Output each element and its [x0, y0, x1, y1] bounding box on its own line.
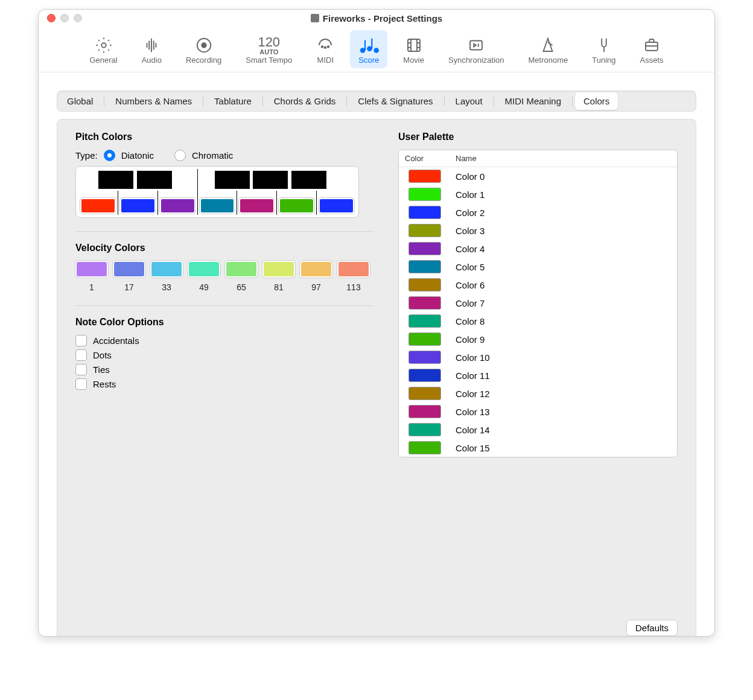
palette-swatch[interactable] — [408, 423, 441, 436]
pitch-color-swatch[interactable] — [160, 198, 195, 214]
radio-chromatic[interactable] — [174, 150, 186, 161]
palette-swatch[interactable] — [408, 296, 441, 310]
tab-numbers-names[interactable]: Numbers & Names — [107, 92, 200, 110]
user-palette-table: Color Name Color 0Color 1Color 2Color 3C… — [398, 150, 678, 457]
palette-name: Color 10 — [456, 352, 490, 363]
velocity-swatch[interactable] — [188, 261, 220, 278]
checkbox-accidentals[interactable] — [75, 335, 87, 346]
titlebar: Fireworks - Project Settings — [39, 10, 714, 27]
palette-row[interactable]: Color 10 — [399, 348, 677, 366]
velocity-swatch[interactable] — [337, 261, 370, 278]
pitch-color-swatch[interactable] — [200, 198, 235, 214]
tab-tablature[interactable]: Tablature — [206, 92, 260, 110]
toolbar-general[interactable]: General — [81, 30, 126, 68]
velocity-swatch[interactable] — [150, 261, 183, 278]
pitch-color-keyboard[interactable] — [75, 166, 359, 218]
velocity-swatch[interactable] — [225, 261, 258, 278]
velocity-label: 33 — [162, 282, 171, 292]
svg-point-0 — [101, 43, 106, 48]
palette-swatch[interactable] — [408, 332, 441, 346]
velocity-swatch[interactable] — [113, 261, 145, 278]
toolbar-metronome[interactable]: Metronome — [519, 30, 576, 68]
toolbar-smart-tempo[interactable]: 120 AUTO Smart Tempo — [237, 30, 300, 68]
palette-row[interactable]: Color 11 — [399, 366, 677, 384]
palette-swatch[interactable] — [408, 314, 441, 328]
palette-row[interactable]: Color 1 — [399, 185, 677, 203]
toolbar-recording[interactable]: Recording — [177, 30, 230, 68]
toolbar-assets[interactable]: Assets — [632, 30, 672, 68]
toolbar-synchronization[interactable]: Synchronization — [440, 30, 513, 68]
palette-row[interactable]: Color 14 — [399, 421, 677, 439]
palette-name: Color 6 — [456, 280, 485, 290]
palette-row[interactable]: Color 12 — [399, 384, 677, 402]
palette-row[interactable]: Color 7 — [399, 294, 677, 312]
velocity-label: 17 — [124, 282, 134, 292]
tab-clefs-signatures[interactable]: Clefs & Signatures — [349, 92, 441, 110]
pitch-color-swatch[interactable] — [239, 198, 275, 214]
palette-swatch[interactable] — [408, 224, 441, 237]
palette-row[interactable]: Color 13 — [399, 402, 677, 421]
tab-colors[interactable]: Colors — [575, 92, 618, 110]
palette-row[interactable]: Color 4 — [399, 240, 677, 258]
palette-row[interactable]: Color 8 — [399, 312, 677, 330]
colors-panel: Pitch Colors Type: Diatonic Chromatic — [57, 119, 696, 637]
tab-midi-meaning[interactable]: MIDI Meaning — [497, 92, 570, 110]
velocity-label: 49 — [199, 282, 209, 292]
palette-name: Color 9 — [456, 334, 485, 345]
radio-diatonic[interactable] — [104, 150, 115, 161]
palette-swatch[interactable] — [408, 260, 441, 273]
palette-swatch[interactable] — [408, 369, 441, 382]
tab-layout[interactable]: Layout — [447, 92, 491, 110]
palette-row[interactable]: Color 3 — [399, 221, 677, 240]
record-icon — [195, 35, 213, 56]
checkbox-dots[interactable] — [75, 349, 87, 361]
palette-col-name: Name — [456, 154, 477, 163]
palette-row[interactable]: Color 9 — [399, 330, 677, 348]
palette-swatch[interactable] — [408, 387, 441, 400]
tab-global[interactable]: Global — [59, 92, 101, 110]
velocity-colors-heading: Velocity Colors — [75, 243, 374, 253]
palette-name: Color 2 — [456, 208, 485, 218]
palette-row[interactable]: Color 2 — [399, 203, 677, 221]
palette-swatch[interactable] — [408, 188, 441, 201]
toolbar-audio[interactable]: Audio — [133, 30, 170, 68]
pitch-color-swatch[interactable] — [279, 198, 314, 214]
score-tab-bar: GlobalNumbers & NamesTablatureChords & G… — [57, 91, 696, 112]
palette-swatch[interactable] — [408, 278, 441, 291]
pitch-color-swatch[interactable] — [120, 198, 156, 214]
checkbox-ties[interactable] — [75, 364, 87, 375]
velocity-swatch[interactable] — [262, 261, 295, 278]
palette-row[interactable]: Color 5 — [399, 258, 677, 276]
palette-swatch[interactable] — [408, 242, 441, 255]
palette-row[interactable]: Color 15 — [399, 439, 677, 457]
tab-chords-grids[interactable]: Chords & Grids — [265, 92, 345, 110]
velocity-swatch[interactable] — [75, 261, 108, 278]
tuning-fork-icon — [595, 35, 613, 56]
music-notes-icon — [358, 35, 379, 56]
toolbar-midi[interactable]: MIDI — [308, 30, 343, 68]
palette-swatch[interactable] — [408, 170, 441, 183]
waveform-icon — [142, 35, 160, 56]
velocity-swatch[interactable] — [300, 261, 332, 278]
user-palette-heading: User Palette — [398, 132, 678, 142]
toolbar-movie[interactable]: Movie — [395, 30, 433, 68]
palette-swatch[interactable] — [408, 405, 441, 418]
toolbar-score[interactable]: Score — [350, 30, 387, 68]
palette-row[interactable]: Color 6 — [399, 276, 677, 294]
palette-name: Color 13 — [456, 407, 490, 417]
palette-swatch[interactable] — [408, 351, 441, 364]
palette-row[interactable]: Color 0 — [399, 167, 677, 185]
radio-diatonic-label: Diatonic — [121, 150, 154, 161]
pitch-color-swatch[interactable] — [319, 198, 354, 214]
palette-name: Color 5 — [456, 262, 485, 272]
checkbox-rests[interactable] — [75, 378, 87, 390]
svg-point-10 — [374, 48, 380, 53]
velocity-label: 81 — [274, 282, 284, 292]
palette-swatch[interactable] — [408, 206, 441, 219]
palette-swatch[interactable] — [408, 441, 441, 454]
toolbar-tuning[interactable]: Tuning — [583, 30, 624, 68]
film-icon — [405, 35, 423, 56]
pitch-color-swatch[interactable] — [80, 198, 116, 214]
briefcase-icon — [643, 35, 661, 56]
defaults-button[interactable]: Defaults — [626, 620, 678, 636]
